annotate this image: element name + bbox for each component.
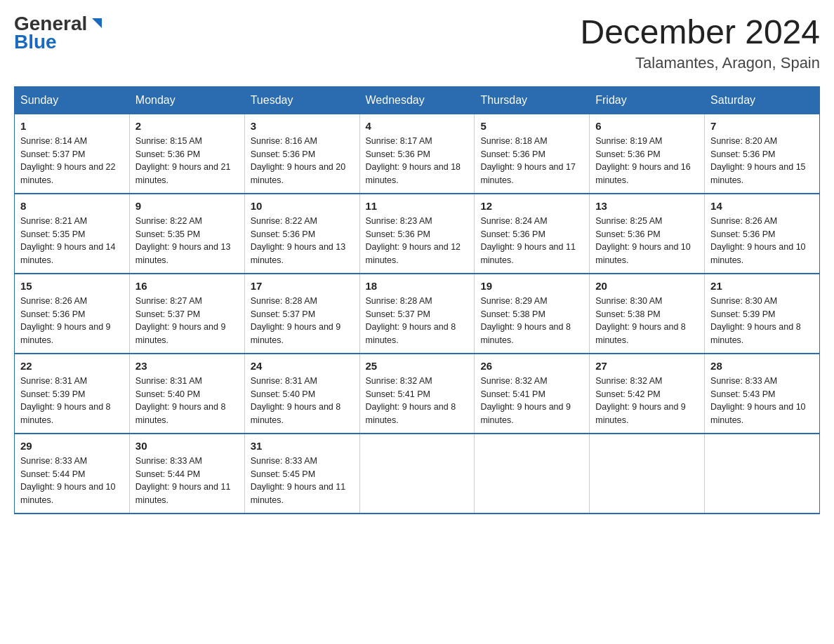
- day-number: 8: [20, 200, 124, 212]
- day-number: 2: [135, 120, 239, 132]
- calendar-cell: 24 Sunrise: 8:31 AMSunset: 5:40 PMDaylig…: [244, 354, 359, 434]
- page-header: General Blue December 2024 Talamantes, A…: [14, 14, 820, 72]
- calendar-cell: 13 Sunrise: 8:25 AMSunset: 5:36 PMDaylig…: [590, 194, 705, 274]
- logo-arrow-icon: [89, 15, 105, 33]
- day-sunrise-info: Sunrise: 8:20 AMSunset: 5:36 PMDaylight:…: [710, 136, 806, 185]
- day-number: 7: [710, 120, 814, 132]
- day-sunrise-info: Sunrise: 8:17 AMSunset: 5:36 PMDaylight:…: [366, 136, 461, 185]
- weekday-header-saturday: Saturday: [705, 86, 820, 114]
- calendar-table: SundayMondayTuesdayWednesdayThursdayFrid…: [14, 86, 820, 514]
- day-sunrise-info: Sunrise: 8:24 AMSunset: 5:36 PMDaylight:…: [480, 216, 576, 265]
- weekday-header-sunday: Sunday: [15, 86, 130, 114]
- calendar-week-row: 1 Sunrise: 8:14 AMSunset: 5:37 PMDayligh…: [15, 114, 820, 194]
- day-sunrise-info: Sunrise: 8:33 AMSunset: 5:44 PMDaylight:…: [135, 456, 231, 505]
- calendar-cell: 5 Sunrise: 8:18 AMSunset: 5:36 PMDayligh…: [475, 114, 590, 194]
- calendar-cell: 31 Sunrise: 8:33 AMSunset: 5:45 PMDaylig…: [244, 434, 359, 514]
- day-number: 21: [710, 280, 814, 292]
- day-sunrise-info: Sunrise: 8:32 AMSunset: 5:41 PMDaylight:…: [366, 376, 456, 425]
- title-area: December 2024 Talamantes, Aragon, Spain: [580, 14, 820, 72]
- day-number: 9: [135, 200, 239, 212]
- day-number: 5: [480, 120, 583, 132]
- weekday-header-wednesday: Wednesday: [359, 86, 475, 114]
- calendar-cell: 30 Sunrise: 8:33 AMSunset: 5:44 PMDaylig…: [129, 434, 244, 514]
- day-number: 12: [480, 200, 583, 212]
- day-number: 22: [20, 360, 124, 372]
- day-sunrise-info: Sunrise: 8:26 AMSunset: 5:36 PMDaylight:…: [20, 296, 111, 345]
- weekday-header-tuesday: Tuesday: [244, 86, 359, 114]
- day-sunrise-info: Sunrise: 8:16 AMSunset: 5:36 PMDaylight:…: [251, 136, 346, 185]
- calendar-cell: 4 Sunrise: 8:17 AMSunset: 5:36 PMDayligh…: [359, 114, 475, 194]
- weekday-header-monday: Monday: [129, 86, 244, 114]
- calendar-cell: 17 Sunrise: 8:28 AMSunset: 5:37 PMDaylig…: [244, 274, 359, 354]
- calendar-cell: [590, 434, 705, 514]
- calendar-cell: 19 Sunrise: 8:29 AMSunset: 5:38 PMDaylig…: [475, 274, 590, 354]
- day-sunrise-info: Sunrise: 8:31 AMSunset: 5:40 PMDaylight:…: [251, 376, 341, 425]
- svg-marker-0: [92, 18, 102, 28]
- calendar-cell: 22 Sunrise: 8:31 AMSunset: 5:39 PMDaylig…: [15, 354, 130, 434]
- day-sunrise-info: Sunrise: 8:25 AMSunset: 5:36 PMDaylight:…: [595, 216, 691, 265]
- day-number: 19: [480, 280, 583, 292]
- day-number: 28: [710, 360, 814, 372]
- day-number: 6: [595, 120, 699, 132]
- day-number: 13: [595, 200, 699, 212]
- calendar-cell: 21 Sunrise: 8:30 AMSunset: 5:39 PMDaylig…: [705, 274, 820, 354]
- day-number: 14: [710, 200, 814, 212]
- day-number: 1: [20, 120, 124, 132]
- day-number: 11: [366, 200, 469, 212]
- day-sunrise-info: Sunrise: 8:33 AMSunset: 5:44 PMDaylight:…: [20, 456, 116, 505]
- calendar-cell: 7 Sunrise: 8:20 AMSunset: 5:36 PMDayligh…: [705, 114, 820, 194]
- day-sunrise-info: Sunrise: 8:26 AMSunset: 5:36 PMDaylight:…: [710, 216, 806, 265]
- day-sunrise-info: Sunrise: 8:32 AMSunset: 5:42 PMDaylight:…: [595, 376, 686, 425]
- weekday-header-friday: Friday: [590, 86, 705, 114]
- calendar-cell: 11 Sunrise: 8:23 AMSunset: 5:36 PMDaylig…: [359, 194, 475, 274]
- day-number: 3: [251, 120, 354, 132]
- day-sunrise-info: Sunrise: 8:33 AMSunset: 5:43 PMDaylight:…: [710, 376, 806, 425]
- day-number: 20: [595, 280, 699, 292]
- day-sunrise-info: Sunrise: 8:23 AMSunset: 5:36 PMDaylight:…: [366, 216, 461, 265]
- day-number: 31: [251, 440, 354, 452]
- day-sunrise-info: Sunrise: 8:19 AMSunset: 5:36 PMDaylight:…: [595, 136, 691, 185]
- calendar-cell: 14 Sunrise: 8:26 AMSunset: 5:36 PMDaylig…: [705, 194, 820, 274]
- calendar-cell: 16 Sunrise: 8:27 AMSunset: 5:37 PMDaylig…: [129, 274, 244, 354]
- day-sunrise-info: Sunrise: 8:29 AMSunset: 5:38 PMDaylight:…: [480, 296, 571, 345]
- calendar-week-row: 29 Sunrise: 8:33 AMSunset: 5:44 PMDaylig…: [15, 434, 820, 514]
- day-sunrise-info: Sunrise: 8:33 AMSunset: 5:45 PMDaylight:…: [251, 456, 346, 505]
- day-sunrise-info: Sunrise: 8:31 AMSunset: 5:39 PMDaylight:…: [20, 376, 111, 425]
- day-sunrise-info: Sunrise: 8:27 AMSunset: 5:37 PMDaylight:…: [135, 296, 226, 345]
- logo: General Blue: [14, 14, 105, 52]
- calendar-cell: 20 Sunrise: 8:30 AMSunset: 5:38 PMDaylig…: [590, 274, 705, 354]
- day-number: 4: [366, 120, 469, 132]
- day-number: 17: [251, 280, 354, 292]
- day-number: 18: [366, 280, 469, 292]
- calendar-week-row: 22 Sunrise: 8:31 AMSunset: 5:39 PMDaylig…: [15, 354, 820, 434]
- calendar-cell: 6 Sunrise: 8:19 AMSunset: 5:36 PMDayligh…: [590, 114, 705, 194]
- day-sunrise-info: Sunrise: 8:21 AMSunset: 5:35 PMDaylight:…: [20, 216, 116, 265]
- weekday-header-thursday: Thursday: [475, 86, 590, 114]
- calendar-week-row: 15 Sunrise: 8:26 AMSunset: 5:36 PMDaylig…: [15, 274, 820, 354]
- day-number: 29: [20, 440, 124, 452]
- day-number: 23: [135, 360, 239, 372]
- calendar-cell: 18 Sunrise: 8:28 AMSunset: 5:37 PMDaylig…: [359, 274, 475, 354]
- month-title: December 2024: [580, 14, 820, 51]
- day-sunrise-info: Sunrise: 8:15 AMSunset: 5:36 PMDaylight:…: [135, 136, 231, 185]
- calendar-cell: 2 Sunrise: 8:15 AMSunset: 5:36 PMDayligh…: [129, 114, 244, 194]
- day-number: 30: [135, 440, 239, 452]
- calendar-week-row: 8 Sunrise: 8:21 AMSunset: 5:35 PMDayligh…: [15, 194, 820, 274]
- day-sunrise-info: Sunrise: 8:32 AMSunset: 5:41 PMDaylight:…: [480, 376, 571, 425]
- calendar-cell: 25 Sunrise: 8:32 AMSunset: 5:41 PMDaylig…: [359, 354, 475, 434]
- day-sunrise-info: Sunrise: 8:28 AMSunset: 5:37 PMDaylight:…: [251, 296, 341, 345]
- calendar-cell: 15 Sunrise: 8:26 AMSunset: 5:36 PMDaylig…: [15, 274, 130, 354]
- day-sunrise-info: Sunrise: 8:18 AMSunset: 5:36 PMDaylight:…: [480, 136, 576, 185]
- calendar-cell: 12 Sunrise: 8:24 AMSunset: 5:36 PMDaylig…: [475, 194, 590, 274]
- calendar-cell: [359, 434, 475, 514]
- day-number: 16: [135, 280, 239, 292]
- logo-blue-text: Blue: [14, 32, 57, 52]
- calendar-cell: 27 Sunrise: 8:32 AMSunset: 5:42 PMDaylig…: [590, 354, 705, 434]
- calendar-cell: 9 Sunrise: 8:22 AMSunset: 5:35 PMDayligh…: [129, 194, 244, 274]
- day-number: 26: [480, 360, 583, 372]
- day-number: 27: [595, 360, 699, 372]
- calendar-cell: 26 Sunrise: 8:32 AMSunset: 5:41 PMDaylig…: [475, 354, 590, 434]
- calendar-cell: 1 Sunrise: 8:14 AMSunset: 5:37 PMDayligh…: [15, 114, 130, 194]
- calendar-cell: 28 Sunrise: 8:33 AMSunset: 5:43 PMDaylig…: [705, 354, 820, 434]
- day-number: 24: [251, 360, 354, 372]
